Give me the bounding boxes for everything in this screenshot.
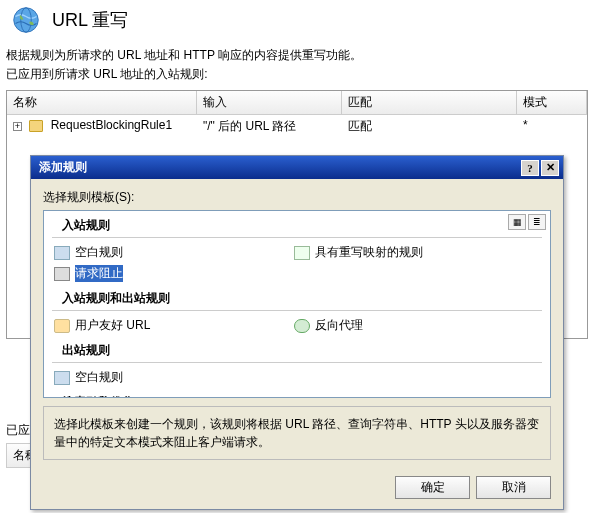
col-name[interactable]: 名称 [7, 91, 197, 114]
template-label: 具有重写映射的规则 [315, 244, 423, 261]
template-label: 用户友好 URL [75, 317, 150, 334]
dialog-buttons: 确定 取消 [31, 468, 563, 509]
page-header: URL 重写 [0, 0, 594, 40]
template-list: ▦ ≣ 入站规则 空白规则 具有重写映射的规则 请求阻止 [43, 210, 551, 398]
template-label: 空白规则 [75, 369, 123, 386]
dialog-title: 添加规则 [39, 159, 519, 176]
cancel-button[interactable]: 取消 [476, 476, 551, 499]
template-label: 反向代理 [315, 317, 363, 334]
ok-button[interactable]: 确定 [395, 476, 470, 499]
section-outbound: 出站规则 [52, 336, 542, 363]
template-request-block[interactable]: 请求阻止 [44, 263, 284, 284]
blank-rule-icon [54, 371, 70, 385]
desc-line-1: 根据规则为所请求的 URL 地址和 HTTP 响应的内容提供重写功能。 [6, 46, 588, 65]
reverse-proxy-icon [294, 319, 310, 333]
close-button[interactable]: ✕ [541, 160, 559, 176]
section-inbound: 入站规则 [52, 211, 542, 238]
rule-input: "/" 后的 URL 路径 [197, 115, 342, 138]
template-mapped-rule[interactable]: 具有重写映射的规则 [284, 242, 524, 263]
view-icons-button[interactable]: ▦ [508, 214, 526, 230]
col-input[interactable]: 输入 [197, 91, 342, 114]
col-match[interactable]: 匹配 [342, 91, 517, 114]
grid-header: 名称 输入 匹配 模式 [7, 91, 587, 115]
template-friendly-url[interactable]: 用户友好 URL [44, 315, 284, 336]
help-button[interactable]: ? [521, 160, 539, 176]
mapped-rule-icon [294, 246, 310, 260]
page-title: URL 重写 [52, 8, 128, 32]
add-rule-dialog: 添加规则 ? ✕ 选择规则模板(S): ▦ ≣ 入站规则 空白规则 具有重写映射… [30, 155, 564, 510]
folder-icon [29, 120, 43, 132]
template-blank-rule[interactable]: 空白规则 [44, 242, 284, 263]
template-reverse-proxy[interactable]: 反向代理 [284, 315, 524, 336]
blank-rule-icon [54, 246, 70, 260]
block-rule-icon [54, 267, 70, 281]
friendly-url-icon [54, 319, 70, 333]
expand-icon[interactable]: + [13, 122, 22, 131]
section-seo: 搜索引擎优化 (SEO) [52, 388, 542, 398]
template-blank-outbound[interactable]: 空白规则 [44, 367, 284, 388]
col-mode[interactable]: 模式 [517, 91, 587, 114]
template-label: 空白规则 [75, 244, 123, 261]
rule-name: RequestBlockingRule1 [51, 118, 172, 132]
view-list-button[interactable]: ≣ [528, 214, 546, 230]
template-label: 请求阻止 [75, 265, 123, 282]
section-both: 入站规则和出站规则 [52, 284, 542, 311]
description: 根据规则为所请求的 URL 地址和 HTTP 响应的内容提供重写功能。 已应用到… [0, 46, 594, 84]
rule-match: 匹配 [342, 115, 517, 138]
select-template-label: 选择规则模板(S): [43, 189, 551, 206]
globe-icon [12, 6, 40, 34]
template-hint: 选择此模板来创建一个规则，该规则将根据 URL 路径、查询字符串、HTTP 头以… [43, 406, 551, 460]
table-row[interactable]: + RequestBlockingRule1 "/" 后的 URL 路径 匹配 … [7, 115, 587, 138]
desc-line-2: 已应用到所请求 URL 地址的入站规则: [6, 65, 588, 84]
dialog-titlebar[interactable]: 添加规则 ? ✕ [31, 156, 563, 179]
rule-mode: * [517, 115, 587, 138]
svg-point-0 [14, 8, 39, 33]
